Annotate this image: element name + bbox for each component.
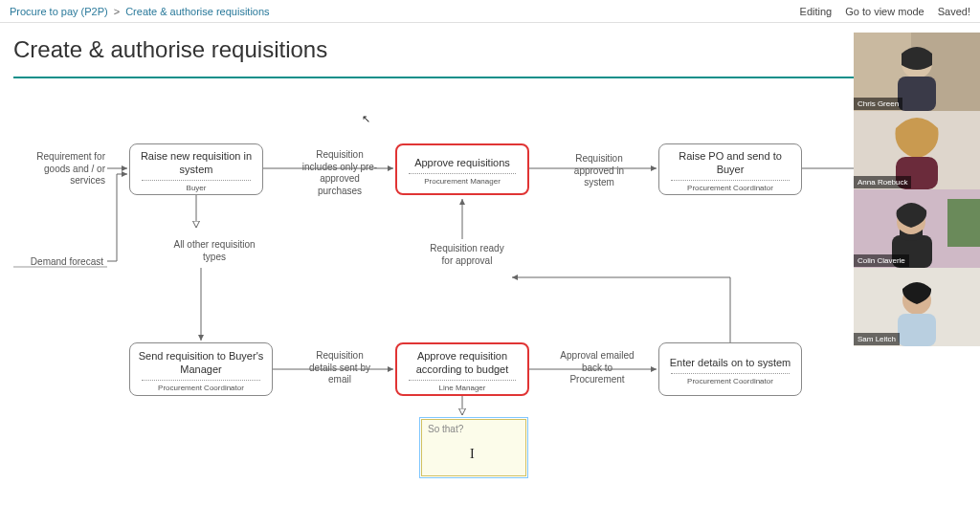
node-role: Procurement Coordinator: [667, 377, 793, 385]
annotation-so-that[interactable]: So that? I: [421, 419, 526, 476]
node-raise-po[interactable]: Raise PO and send to Buyer Procurement C…: [658, 143, 802, 195]
saved-status: Saved!: [938, 6, 970, 17]
node-approve-requisitions[interactable]: Approve requisitions Procurement Manager: [395, 143, 529, 195]
breadcrumb: Procure to pay (P2P) > Create & authoris…: [10, 6, 270, 17]
node-approve-budget[interactable]: Approve requisition according to budget …: [395, 342, 529, 396]
editing-status: Editing: [800, 6, 833, 17]
title-underline: [13, 77, 967, 78]
label-approved-in-system: Requisition approved in system: [563, 153, 635, 189]
svg-rect-14: [898, 77, 936, 111]
label-details-sent: Requisition details sent by email: [301, 350, 378, 386]
node-title: Raise PO and send to Buyer: [667, 150, 793, 177]
node-title: Approve requisitions: [405, 157, 520, 170]
breadcrumb-separator: >: [114, 6, 120, 17]
cursor-arrow-icon: ↖: [362, 113, 370, 125]
video-tile-4[interactable]: Sam Leitch: [854, 268, 980, 346]
svg-rect-19: [947, 199, 980, 247]
page-title: Create & authorise requisitions: [13, 36, 967, 63]
participant-name: Chris Green: [854, 98, 902, 110]
participant-name: Anna Roebuck: [854, 176, 911, 188]
node-title: Raise new requisition in system: [138, 150, 255, 177]
node-send-to-manager[interactable]: Send requisition to Buyer's Manager Proc…: [129, 342, 273, 396]
topbar: Procure to pay (P2P) > Create & authoris…: [0, 0, 980, 23]
breadcrumb-current[interactable]: Create & authorise requisitions: [125, 6, 269, 17]
node-role: Procurement Coordinator: [138, 384, 264, 392]
video-call-panel[interactable]: Chris Green Anna Roebuck Colin Claverie …: [854, 33, 980, 346]
video-tile-2[interactable]: Anna Roebuck: [854, 111, 980, 189]
video-tile-1[interactable]: Chris Green: [854, 33, 980, 111]
label-includes-preapproved: Requisition includes only pre-approved p…: [301, 149, 378, 197]
goto-view-mode-link[interactable]: Go to view mode: [845, 6, 924, 17]
label-ready-for-approval: Requisition ready for approval: [429, 243, 505, 267]
node-title: Approve requisition according to budget: [405, 350, 520, 377]
toolbar-right: Editing Go to view mode Saved!: [800, 6, 970, 17]
label-approval-emailed: Approval emailed back to Procurement: [559, 350, 635, 386]
node-enter-details[interactable]: Enter details on to system Procurement C…: [658, 342, 802, 396]
label-all-other: All other requisition types: [167, 239, 262, 263]
video-tile-3[interactable]: Colin Claverie: [854, 189, 980, 268]
node-raise-new-requisition[interactable]: Raise new requisition in system Buyer: [129, 143, 263, 195]
annotation-text: So that?: [428, 424, 463, 434]
node-role: Procurement Manager: [405, 177, 520, 186]
breadcrumb-parent[interactable]: Procure to pay (P2P): [10, 6, 108, 17]
participant-name: Sam Leitch: [854, 333, 900, 345]
text-cursor-icon: I: [470, 447, 475, 462]
participant-name: Colin Claverie: [854, 254, 909, 267]
node-title: Send requisition to Buyer's Manager: [138, 350, 264, 377]
node-role: Procurement Coordinator: [667, 184, 793, 192]
svg-rect-24: [898, 314, 936, 346]
title-area: Create & authorise requisitions: [0, 23, 980, 86]
diagram-canvas[interactable]: Requirement for goods and / or services …: [0, 86, 980, 528]
label-demand-forecast: Demand forecast: [19, 256, 103, 269]
node-title: Enter details on to system: [667, 357, 793, 370]
label-requirement-goods: Requirement for goods and / or services: [19, 151, 105, 187]
node-role: Buyer: [138, 184, 255, 192]
node-role: Line Manager: [405, 384, 520, 392]
